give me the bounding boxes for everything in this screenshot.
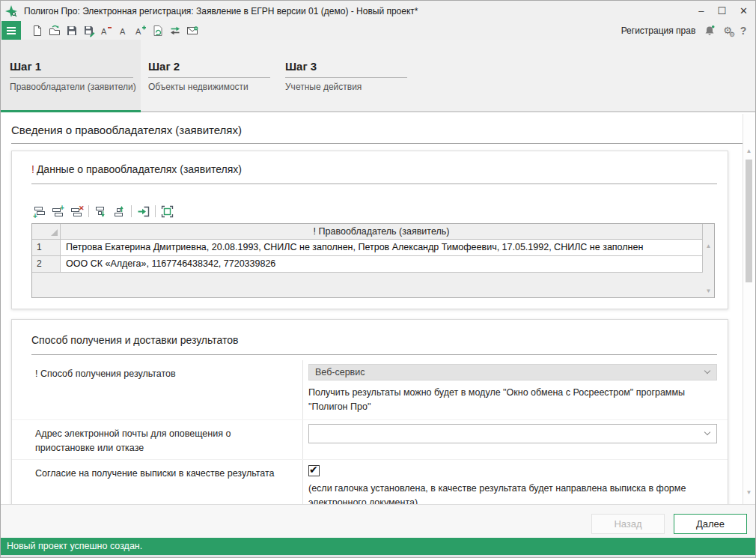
main-toolbar: А А А Регистрация прав [1, 21, 755, 40]
rightholders-table: ! Правообладатель (заявитель) 1 Петрова … [31, 223, 715, 298]
row-number[interactable]: 1 [32, 240, 61, 256]
tab-step-2-label: Объекты недвижимости [148, 82, 270, 92]
help-button[interactable]: ? [737, 25, 749, 37]
maximize-button[interactable]: ☐ [717, 1, 726, 21]
tab-step-3-underline [285, 77, 407, 78]
scrollbar-thumb[interactable] [746, 160, 752, 282]
bell-icon [703, 24, 716, 37]
move-row-down-button[interactable] [91, 203, 110, 219]
tab-step-3[interactable]: Шаг 3 Учетные действия [278, 40, 415, 111]
consent-control: (если галочка установлена, в качестве ре… [302, 460, 728, 505]
table-row[interactable]: 1 Петрова Екатерина Дмитриевна, 20.08.19… [32, 240, 703, 256]
gear-small-icon: ⚙ [729, 31, 735, 38]
table-header-row: ! Правообладатель (заявитель) [32, 224, 703, 240]
method-select[interactable]: Веб-сервис [308, 364, 717, 380]
status-bar: Новый проект успешно создан. [1, 538, 755, 555]
consent-help-text: (если галочка установлена, в качестве ре… [308, 482, 717, 505]
xml-view-button[interactable] [149, 22, 166, 39]
tab-step-2-underline [148, 77, 270, 78]
wizard-steps: Шаг 1 Правообладатели (заявители) Шаг 2 … [1, 40, 755, 112]
wizard-footer: Назад Далее [1, 504, 755, 538]
scroll-down-icon[interactable]: ▼ [743, 489, 755, 496]
select-all-triangle-icon [51, 229, 58, 236]
window-title: Полигон Про: Электронная регистрация: За… [24, 6, 418, 16]
menu-button[interactable] [1, 21, 21, 40]
section-title-rightholders: Сведения о правообладателях (заявителях) [11, 124, 755, 136]
window-controls: – ☐ ✕ [698, 1, 748, 21]
toolbar-right: Регистрация прав ⚙⚙ ? [621, 22, 755, 39]
font-decrease-button[interactable]: А [97, 22, 115, 39]
svg-text:А: А [120, 27, 126, 36]
new-project-button[interactable] [28, 22, 46, 39]
tab-step-2[interactable]: Шаг 2 Объекты недвижимости [141, 40, 278, 111]
notifications-button[interactable] [701, 22, 718, 39]
toolbar-separator [155, 205, 156, 217]
move-up-icon [112, 204, 126, 219]
font-increase-button[interactable]: А [132, 22, 149, 39]
move-row-up-button[interactable] [110, 203, 129, 219]
scroll-up-icon[interactable]: ▲ [706, 243, 712, 249]
form-row-email: Адрес электронной почты для оповещения о… [12, 419, 728, 459]
chevron-down-icon [704, 429, 710, 435]
window-bottom-edge [1, 555, 755, 558]
page-scrollbar[interactable]: ▲ ▼ [743, 114, 755, 504]
row-number[interactable]: 2 [32, 256, 61, 273]
open-project-button[interactable] [46, 22, 63, 39]
svg-text:+: + [33, 211, 37, 219]
import-button[interactable] [134, 203, 153, 219]
font-icon: А [117, 24, 130, 37]
delivery-form: ! Способ получения результатов Веб-серви… [12, 360, 728, 504]
delete-row-icon: ✕ [70, 204, 84, 219]
rightholders-panel: !Данные о правообладателях (заявителях) … [11, 151, 728, 309]
table-toolbar: + + ✕ [30, 202, 177, 220]
font-increase-icon: А [134, 24, 147, 37]
send-mail-button[interactable] [183, 22, 201, 39]
email-control [302, 420, 728, 459]
insert-row-button[interactable]: + [49, 203, 67, 219]
svg-text:✕: ✕ [79, 204, 84, 212]
rightholder-cell[interactable]: ООО СК «Алдега», 1167746438342, 77203398… [61, 256, 703, 273]
select-all-corner[interactable] [32, 224, 61, 240]
consent-label: Согласие на получение выписки в качестве… [12, 460, 302, 505]
form-row-method: ! Способ получения результатов Веб-серви… [12, 360, 728, 419]
expand-icon [160, 204, 174, 219]
save-as-button[interactable] [80, 22, 97, 39]
rightholder-cell[interactable]: Петрова Екатерина Дмитриевна, 20.08.1993… [61, 240, 703, 256]
table-row[interactable]: 2 ООО СК «Алдега», 1167746438342, 772033… [32, 256, 703, 273]
transfer-arrows-icon [168, 24, 182, 37]
consent-checkbox[interactable] [308, 465, 320, 476]
tab-step-1-underline [10, 77, 133, 78]
section-divider [11, 143, 743, 144]
close-button[interactable]: ✕ [740, 1, 748, 21]
email-combobox[interactable] [308, 424, 717, 443]
status-message: Новый проект успешно создан. [7, 541, 142, 551]
font-reset-button[interactable]: А [115, 22, 132, 39]
insert-row-icon: + [51, 204, 65, 219]
svg-text:А: А [101, 27, 107, 36]
xml-file-icon [151, 24, 165, 37]
new-file-icon [31, 24, 44, 37]
add-row-button[interactable]: + [30, 203, 49, 219]
next-button[interactable]: Далее [674, 514, 747, 534]
email-label: Адрес электронной почты для оповещения о… [12, 420, 302, 459]
delivery-panel: Способ получения и доставки результатов … [11, 319, 728, 504]
scroll-up-icon[interactable]: ▲ [743, 148, 755, 154]
application-window: { "window": { "title": "Полигон Про: Эле… [0, 0, 756, 558]
minimize-button[interactable]: – [698, 1, 704, 21]
back-button[interactable]: Назад [591, 514, 665, 534]
settings-button[interactable]: ⚙⚙ [723, 25, 732, 36]
title-bar: Полигон Про: Электронная регистрация: За… [1, 1, 755, 21]
panel-divider [31, 354, 717, 355]
envelope-icon [186, 24, 199, 37]
tab-step-1[interactable]: Шаг 1 Правообладатели (заявители) [1, 40, 141, 111]
delete-row-button[interactable]: ✕ [67, 203, 86, 219]
move-down-icon [94, 204, 108, 219]
table-scrollbar[interactable]: ▲ ▼ [703, 240, 714, 297]
add-row-icon: + [32, 204, 46, 219]
scroll-down-icon[interactable]: ▼ [706, 288, 712, 294]
required-mark: ! [31, 163, 34, 175]
expand-table-button[interactable] [158, 203, 177, 219]
column-header-rightholder[interactable]: ! Правообладатель (заявитель) [61, 224, 703, 240]
save-button[interactable] [63, 22, 80, 39]
exchange-button[interactable] [166, 22, 183, 39]
